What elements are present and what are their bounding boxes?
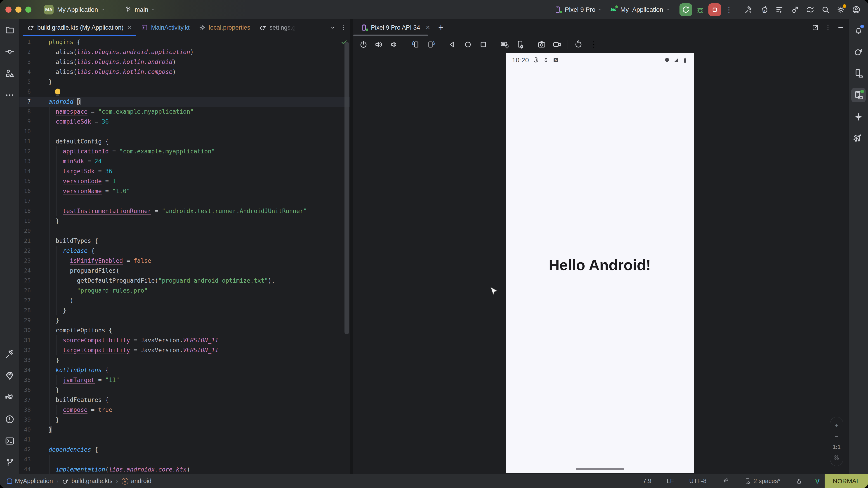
minimize-window-button[interactable] [16,6,22,13]
gradle-sync-button[interactable] [804,3,816,16]
reset-device-button[interactable] [572,38,585,51]
code-editor[interactable]: 1plugins {2 alias(libs.plugins.android.a… [20,36,350,474]
indent-widget[interactable]: 2 spaces* [737,474,788,488]
unlocked-padlock-icon [796,478,802,485]
debug-button[interactable] [694,3,707,16]
device-selector[interactable]: Pixel 9 Pro [551,4,605,15]
rotate-right-button[interactable] [425,38,438,51]
editor-scrollbar[interactable] [344,42,349,334]
close-window-button[interactable] [5,6,11,13]
readonly-toggle-widget[interactable] [788,474,810,488]
stop-button[interactable] [708,3,721,16]
rerun-button[interactable] [680,3,692,16]
sidebar-item-gradle[interactable] [851,44,866,59]
sidebar-item-app-quality-insights[interactable] [2,369,17,383]
fit-to-window-icon[interactable] [833,454,840,461]
sidebar-item-git[interactable] [2,455,17,470]
cursor-position-widget[interactable]: 7:9 [635,474,659,488]
editor-panel-splitter[interactable] [350,19,353,474]
close-tab-icon[interactable]: ✕ [127,24,132,31]
breadcrumb-file[interactable]: build.gradle.kts [62,478,113,485]
panel-options-icon[interactable] [825,24,831,31]
tab-mainactivity[interactable]: MainActivity.kt [136,19,194,36]
tab-label: MainActivity.kt [151,24,190,31]
zoom-window-button[interactable] [25,6,31,13]
sidebar-item-journeys[interactable] [851,131,866,146]
vim-mode-badge[interactable]: NORMAL [825,474,868,488]
macos-traffic-lights [5,6,31,13]
status-bar: MyApplication › build.gradle.kts › λ and… [0,474,868,488]
android-overview-button[interactable] [477,38,490,51]
sidebar-item-commit[interactable] [2,44,17,59]
profiler-button[interactable] [774,3,785,16]
device-tab[interactable]: Pixel 9 Pro API 34 ✕ [358,24,432,31]
chevron-down-icon [151,7,156,12]
gemini-sparkle-icon [854,112,864,122]
tab-settings-gradle[interactable]: settings.g [255,19,300,36]
android-home-button[interactable] [461,38,474,51]
power-button[interactable] [357,38,370,51]
encoding-widget[interactable]: UTF-8 [682,474,714,488]
wifi-icon [664,57,671,64]
code-lines[interactable]: 1plugins {2 alias(libs.plugins.android.a… [20,37,350,474]
breadcrumb-module[interactable]: MyApplication [7,478,53,485]
toolbar-separator [567,40,568,49]
sidebar-item-running-devices[interactable] [851,88,866,102]
sidebar-item-logcat[interactable] [2,390,17,405]
tab-local-properties[interactable]: local.properties [194,19,255,36]
sidebar-item-terminal[interactable] [2,434,17,448]
project-widget[interactable]: MA My Application [42,3,107,16]
hardware-input-button[interactable] [498,38,511,51]
breadcrumb-element[interactable]: λ android [122,478,151,485]
open-in-new-window-icon[interactable] [812,24,819,31]
apply-changes-button[interactable]: A [758,3,770,16]
zoom-out-button[interactable]: − [835,433,839,440]
screenshot-button[interactable] [535,38,548,51]
gear-file-icon [199,24,206,31]
sidebar-item-notifications[interactable] [851,23,866,37]
zoom-ratio-button[interactable]: 1:1 [833,444,841,450]
vcs-branch-widget[interactable]: main [122,4,158,15]
profile-icon [542,57,549,64]
device-clock: 10:20 [512,57,529,64]
ideavim-widget[interactable]: V [810,474,825,488]
ai-assistant-widget[interactable] [714,474,737,488]
tabs-more-icon[interactable] [340,24,347,31]
emulator-more-button[interactable] [587,38,600,51]
run-more-options-icon[interactable]: ⋮ [723,6,735,13]
zoom-in-button[interactable]: + [835,422,839,429]
sidebar-item-project[interactable] [2,23,17,37]
volume-down-button[interactable] [388,38,401,51]
settings-button[interactable] [835,3,847,16]
volume-up-button[interactable] [372,38,385,51]
gem-icon [5,371,15,381]
device-settings-button[interactable] [514,38,527,51]
terminal-icon [5,436,15,446]
hide-panel-icon[interactable] [837,24,844,31]
lambda-icon: λ [122,478,128,485]
sidebar-item-problems[interactable] [2,412,17,427]
search-everywhere-button[interactable] [819,3,831,16]
sidebar-item-build[interactable] [2,347,17,361]
build-project-button[interactable] [743,3,754,16]
attach-debugger-button[interactable] [789,3,801,16]
ai-sparkle-disabled-icon [722,478,729,485]
account-button[interactable] [850,3,862,16]
android-back-button[interactable] [446,38,459,51]
tabs-chevron-down-icon[interactable] [330,24,336,31]
add-device-tab-button[interactable]: + [438,23,443,32]
sidebar-item-more-tools[interactable] [2,88,17,102]
device-screen[interactable]: 10:20 A Hello Android! [506,53,694,473]
close-device-tab-icon[interactable]: ✕ [426,24,430,31]
run-configuration-selector[interactable]: My_Application [607,4,673,16]
gesture-navigation-pill[interactable] [576,468,624,470]
sidebar-item-resource-manager[interactable] [2,66,17,80]
problems-icon [5,414,15,424]
sidebar-item-gemini[interactable] [851,109,866,124]
tab-build-gradle[interactable]: build.gradle.kts (My Application) ✕ [23,19,136,36]
rotate-left-button[interactable] [409,38,422,51]
branch-name: main [135,6,149,13]
line-separator-widget[interactable]: LF [659,474,682,488]
screen-record-button[interactable] [550,38,563,51]
sidebar-item-device-manager[interactable] [851,66,866,80]
